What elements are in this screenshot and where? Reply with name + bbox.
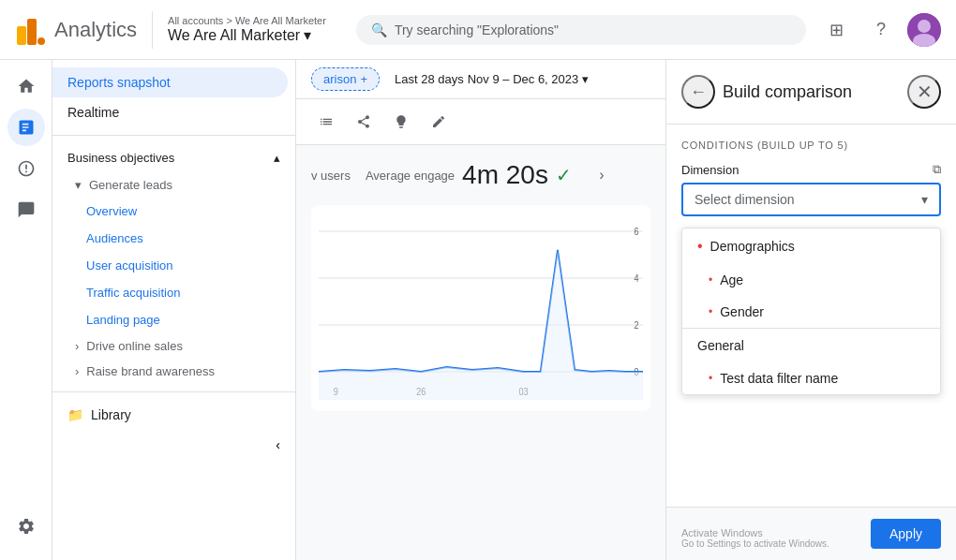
comparison-tab[interactable]: arison + [311,67,380,91]
folder-icon: 📁 [67,407,83,422]
panel-close-button[interactable]: ✕ [907,75,941,109]
dropdown-demographics[interactable]: • Demographics [682,228,940,264]
chevron-down-icon: ▾ [304,26,311,44]
age-bullet: • [709,273,712,287]
sidebar-traffic-acquisition[interactable]: Traffic acquisition [52,279,288,306]
svg-point-4 [918,20,931,33]
svg-text:4: 4 [634,273,639,285]
dropdown-test-data-filter[interactable]: • Test data filter name [682,362,940,394]
chevron-right-icon-2: › [75,364,79,378]
chevron-icon: ▾ [75,178,82,192]
filter-bullet: • [709,372,712,385]
share-icon[interactable] [349,107,379,137]
topbar-divider [152,11,153,49]
next-metric-btn[interactable]: › [587,160,617,190]
edit-icon[interactable] [424,107,454,137]
conditions-label: CONDITIONS (BUILD UP TO 5) [681,140,941,151]
reports-snapshot-label: Reports snapshot [67,75,171,90]
sidebar-section-business-objectives[interactable]: Business objectives ▴ [52,143,295,172]
chart-area: v users Average engage 4m 20s ✓ › [296,145,665,560]
panel-footer: Activate Windows Go to Settings to activ… [666,507,956,560]
panel-body: CONDITIONS (BUILD UP TO 5) Dimension ⧉ S… [666,125,956,507]
chevron-down-icon-date: ▾ [582,72,589,86]
search-icon: 🔍 [371,22,387,37]
dimension-select[interactable]: Select dimension ▾ [681,183,941,216]
grid-button[interactable]: ⊞ [817,11,855,49]
activate-windows-label: Activate Windows [681,527,863,538]
dropdown-list: • Demographics • Age • Gender General • [681,228,941,395]
nav-settings[interactable] [7,508,45,545]
help-button[interactable]: ? [862,11,900,49]
dropdown-gender[interactable]: • Gender [682,296,940,328]
panel-header: ← Build comparison ✕ [666,60,956,125]
content-header: arison + Last 28 days Nov 9 – Dec 6, 202… [296,60,665,99]
chart-container: 6 4 2 0 9 26 03 Dec [311,205,650,411]
demographics-bullet: • [697,238,703,255]
account-selector[interactable]: All accounts > We Are All Marketer We Ar… [168,15,326,44]
sidebar-user-acquisition[interactable]: User acquisition [52,252,288,279]
metrics-row: v users Average engage 4m 20s ✓ › [311,160,650,190]
sidebar-library[interactable]: 📁 Library [52,400,288,430]
sidebar-drive-online-sales[interactable]: › Drive online sales [52,333,295,359]
svg-rect-0 [17,26,26,45]
sidebar-item-reports-snapshot[interactable]: Reports snapshot [52,67,288,97]
avatar[interactable] [907,13,941,47]
users-metric: v users [311,169,351,183]
ga-logo [15,15,45,45]
sidebar-overview[interactable]: Overview [52,198,288,225]
panel-back-button[interactable]: ← [681,75,715,109]
sidebar: Reports snapshot Realtime Business objec… [52,60,296,560]
svg-text:6: 6 [634,227,638,238]
search-bar[interactable]: 🔍 Try searching "Explorations" [356,15,806,45]
line-chart: 6 4 2 0 9 26 03 Dec [319,213,643,400]
sidebar-collapse-btn[interactable]: ‹ [52,430,295,460]
sidebar-divider [52,135,295,136]
logo-area: Analytics [15,15,137,45]
chevron-left-icon: ‹ [276,437,280,452]
account-breadcrumb: All accounts > We Are All Marketer [168,15,326,26]
dropdown-age[interactable]: • Age [682,264,940,296]
dropdown-general[interactable]: General [682,329,940,362]
svg-rect-1 [27,19,37,45]
sidebar-audiences[interactable]: Audiences [52,225,288,252]
account-name: We Are All Marketer ▾ [168,26,326,44]
nav-advertising[interactable] [7,191,45,228]
check-icon: ✓ [556,164,572,186]
right-panel: ← Build comparison ✕ CONDITIONS (BUILD U… [665,60,956,560]
copy-icon[interactable]: ⧉ [933,162,941,177]
app-title: Analytics [54,18,137,42]
icon-nav [0,60,52,560]
content-area: arison + Last 28 days Nov 9 – Dec 6, 202… [296,60,665,560]
nav-explore[interactable] [7,150,45,187]
gender-bullet: • [709,305,712,318]
svg-point-2 [37,37,45,45]
nav-reports[interactable] [7,109,45,146]
collapse-icon: ▴ [274,151,280,165]
realtime-label: Realtime [67,105,119,120]
chevron-down-icon-select: ▾ [921,192,928,207]
search-placeholder: Try searching "Explorations" [395,22,559,37]
sidebar-divider-2 [52,391,295,392]
apply-button[interactable]: Apply [871,519,941,549]
content-toolbar [296,99,665,145]
panel-title: Build comparison [723,82,900,102]
chart-type-icon[interactable] [311,107,341,137]
sidebar-item-realtime[interactable]: Realtime [52,97,288,127]
engage-metric: Average engage 4m 20s ✓ [366,160,572,190]
add-tab-icon: + [360,72,367,86]
dimension-row: Dimension ⧉ [681,162,941,177]
activate-windows-sub: Go to Settings to activate Windows. [681,538,863,549]
topbar-actions: ⊞ ? [817,11,941,49]
date-range-selector[interactable]: Last 28 days Nov 9 – Dec 6, 2023 ▾ [387,68,596,90]
nav-home[interactable] [7,67,45,105]
chevron-right-icon: › [75,339,79,353]
insights-icon[interactable] [386,107,416,137]
sidebar-landing-page[interactable]: Landing page [52,306,288,333]
topbar: Analytics All accounts > We Are All Mark… [0,0,956,60]
generate-leads-section: ▾ Generate leads Overview Audiences User… [52,172,295,333]
sidebar-generate-leads[interactable]: ▾ Generate leads [52,172,295,198]
main-layout: Reports snapshot Realtime Business objec… [0,60,956,560]
sidebar-raise-brand-awareness[interactable]: › Raise brand awareness [52,359,295,384]
svg-text:2: 2 [634,320,638,332]
